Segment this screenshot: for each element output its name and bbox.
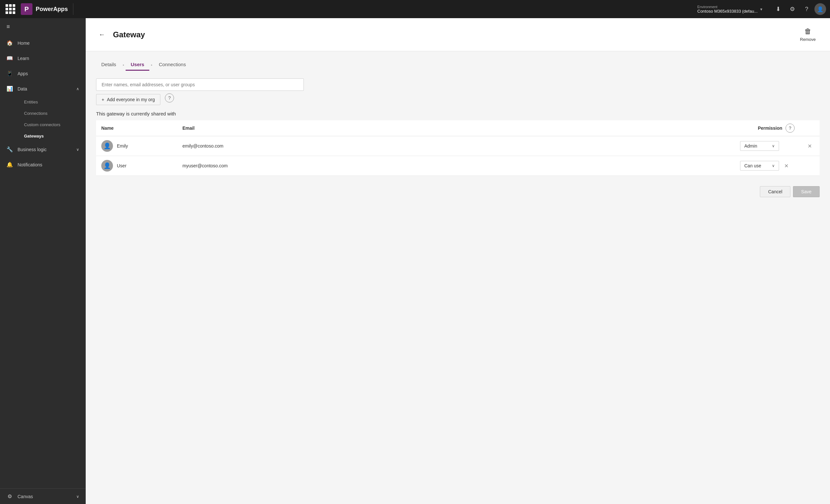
permission-selector-emily: Admin ∨ [740,141,795,151]
add-everyone-button[interactable]: + Add everyone in my org [96,94,160,105]
tab-users-label: Users [131,62,145,67]
user-name-cell: 👤 User [96,156,177,176]
col-header-actions [800,120,820,136]
data-chevron-icon: ∧ [76,87,79,91]
top-nav: P PowerApps Environment Contoso M365x933… [0,0,830,18]
canvas-icon: ⚙ [6,493,13,500]
sidebar-item-connections[interactable]: Connections [18,108,86,119]
avatar-person-icon: 👤 [103,142,111,149]
sidebar-menu-button[interactable]: ≡ [0,18,86,35]
remove-row-button-emily[interactable]: ✕ [805,142,815,150]
sidebar-item-canvas-label: Canvas [18,494,33,499]
waffle-icon [5,4,15,14]
sidebar-item-gateways[interactable]: Gateways [18,130,86,142]
trash-icon: 🗑 [804,27,811,36]
user-search-input[interactable] [96,78,304,91]
save-button[interactable]: Save [793,186,820,197]
cancel-button[interactable]: Cancel [760,186,790,197]
download-button[interactable]: ⬇ [772,3,785,15]
plus-icon: + [102,97,104,102]
sidebar-item-custom-connectors[interactable]: Custom connectors [18,119,86,130]
notifications-icon: 🔔 [6,162,13,168]
permission-chevron-icon-emily: ∨ [772,144,775,148]
sidebar-item-home-label: Home [18,40,30,46]
sidebar-item-data[interactable]: 📊 Data ∧ [0,81,86,96]
content-area: Details ● Users ● Connections + Add ever… [86,51,830,504]
remove-label: Remove [800,37,816,42]
top-nav-actions: ⬇ ⚙ ? 👤 [768,3,830,15]
tabs: Details ● Users ● Connections [96,59,820,71]
brand: P PowerApps [21,3,73,15]
user-avatar-button[interactable]: 👤 [815,3,826,15]
apps-icon: 📱 [6,70,13,76]
tab-connections-label: Connections [159,62,186,67]
actions-cell-user [800,156,820,176]
user-cell-user: 👤 User [101,160,172,172]
sidebar-item-entities[interactable]: Entities [18,96,86,108]
permission-dropdown-emily[interactable]: Admin ∨ [740,141,779,151]
actions-cell-emily: ✕ [800,136,820,156]
add-everyone-row: + Add everyone in my org ? [96,91,820,105]
business-logic-icon: 🔧 [6,146,13,153]
tab-dot-2: ● [151,64,152,66]
settings-button[interactable]: ⚙ [786,3,799,15]
users-table: Name Email Permission ? [96,120,820,176]
canvas-chevron-icon: ∨ [76,494,79,499]
environment-info: Environment Contoso M365x933833 (defau..… [697,5,758,13]
permission-label: Permission [758,126,782,131]
sidebar-item-data-label: Data [18,86,27,92]
environment-label: Environment [697,5,758,9]
help-button[interactable]: ? [800,3,813,15]
brand-logo: P [21,3,32,15]
data-icon: 📊 [6,86,13,92]
tab-users[interactable]: Users [126,59,150,71]
brand-name: PowerApps [36,6,68,13]
environment-selector[interactable]: Environment Contoso M365x933833 (defau..… [697,5,768,13]
back-arrow-icon: ← [99,31,105,38]
col-header-permission: Permission ? [735,120,800,136]
sidebar-item-business-logic-label: Business logic [18,147,47,152]
sidebar-item-business-logic[interactable]: 🔧 Business logic ∨ [0,142,86,157]
sidebar-item-notifications[interactable]: 🔔 Notifications [0,157,86,172]
sidebar: ≡ 🏠 Home 📖 Learn 📱 Apps 📊 Data ∧ Entitie… [0,18,86,504]
avatar-icon: 👤 [817,6,824,12]
remove-row-button-user[interactable]: ✕ [781,162,791,170]
back-button[interactable]: ← [96,30,108,40]
user-name-user: User [117,163,127,168]
user-name-emily: Emily [117,143,128,148]
email-cell-user: myuser@contoso.com [177,156,735,176]
waffle-button[interactable] [0,4,21,14]
table-row: 👤 Emily emily@contoso.com Admin ∨ [96,136,820,156]
hamburger-icon: ≡ [6,23,10,30]
page-header-left: ← Gateway [96,30,145,40]
tab-details-label: Details [101,62,116,67]
sidebar-item-learn-label: Learn [18,56,29,61]
permission-dropdown-user[interactable]: Can use ∨ [740,161,779,171]
sidebar-item-learn[interactable]: 📖 Learn [0,51,86,66]
permission-selector-user: Can use ∨ ✕ [740,161,795,171]
permission-help-button[interactable]: ? [786,124,795,133]
permission-cell-emily: Admin ∨ [735,136,800,156]
main-content: ← Gateway 🗑 Remove Details ● Users ● [86,18,830,504]
sidebar-item-apps-label: Apps [18,71,28,76]
tab-connections[interactable]: Connections [154,59,191,71]
remove-button[interactable]: 🗑 Remove [796,25,820,44]
sidebar-item-apps[interactable]: 📱 Apps [0,66,86,81]
question-icon: ? [168,95,171,101]
footer-actions: Cancel Save [96,186,820,197]
sidebar-item-canvas[interactable]: ⚙ Canvas ∨ [0,489,86,504]
user-cell-emily: 👤 Emily [101,140,172,152]
environment-name: Contoso M365x933833 (defau... [697,9,758,13]
tab-details[interactable]: Details [96,59,121,71]
avatar-person-icon: 👤 [103,162,111,169]
permission-value-emily: Admin [744,143,757,148]
avatar-user: 👤 [101,160,113,172]
user-name-cell: 👤 Emily [96,136,177,156]
permission-cell-user: Can use ∨ ✕ [735,156,800,176]
add-everyone-label: Add everyone in my org [107,97,155,102]
permission-question-icon: ? [789,126,791,131]
sidebar-item-home[interactable]: 🏠 Home [0,35,86,51]
help-icon-button[interactable]: ? [165,93,174,102]
col-header-name: Name [96,120,177,136]
environment-chevron-icon: ▾ [760,7,763,12]
